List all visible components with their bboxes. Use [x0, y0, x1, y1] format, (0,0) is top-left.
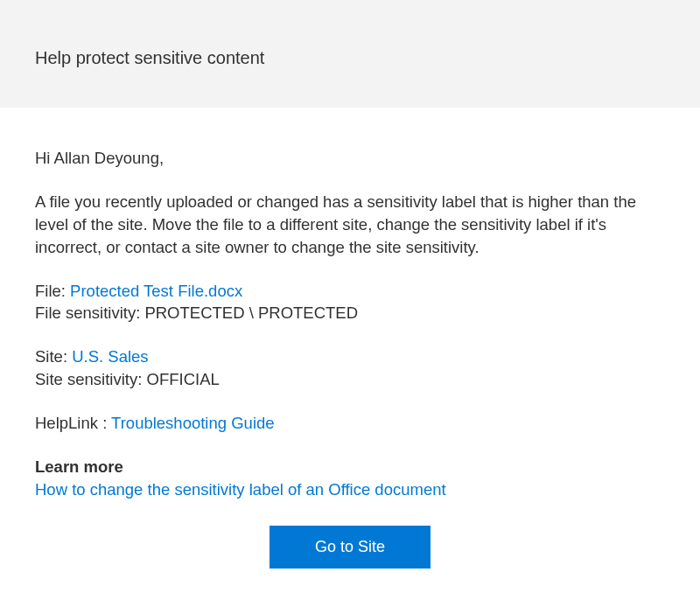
file-line: File: Protected Test File.docx: [35, 280, 665, 303]
site-sensitivity-label: Site sensitivity:: [35, 370, 147, 388]
learn-block: Learn more How to change the sensitivity…: [35, 456, 665, 501]
site-sensitivity-value: OFFICIAL: [147, 370, 220, 388]
help-label: HelpLink :: [35, 414, 111, 432]
learn-link[interactable]: How to change the sensitivity label of a…: [35, 480, 446, 499]
content: Hi Allan Deyoung, A file you recently up…: [0, 108, 700, 593]
site-block: Site: U.S. Sales Site sensitivity: OFFIC…: [35, 345, 665, 391]
site-line: Site: U.S. Sales: [35, 345, 665, 368]
file-block: File: Protected Test File.docx File sens…: [35, 280, 665, 325]
site-sensitivity-line: Site sensitivity: OFFICIAL: [35, 368, 665, 391]
help-block: HelpLink : Troubleshooting Guide: [35, 412, 665, 435]
page-title: Help protect sensitive content: [35, 48, 665, 68]
file-link[interactable]: Protected Test File.docx: [70, 282, 242, 300]
help-link[interactable]: Troubleshooting Guide: [111, 414, 275, 432]
site-link[interactable]: U.S. Sales: [72, 347, 148, 366]
learn-heading: Learn more: [35, 456, 665, 478]
file-sensitivity-line: File sensitivity: PROTECTED \ PROTECTED: [35, 302, 665, 324]
header: Help protect sensitive content: [0, 0, 700, 108]
greeting-text: Hi Allan Deyoung,: [35, 147, 665, 170]
description-text: A file you recently uploaded or changed …: [35, 191, 665, 259]
file-sensitivity-value: PROTECTED \ PROTECTED: [144, 303, 358, 322]
file-label: File:: [35, 282, 70, 300]
file-sensitivity-label: File sensitivity:: [35, 303, 144, 322]
button-row: Go to Site: [35, 526, 665, 569]
site-label: Site:: [35, 347, 72, 366]
go-to-site-button[interactable]: Go to Site: [270, 526, 430, 569]
